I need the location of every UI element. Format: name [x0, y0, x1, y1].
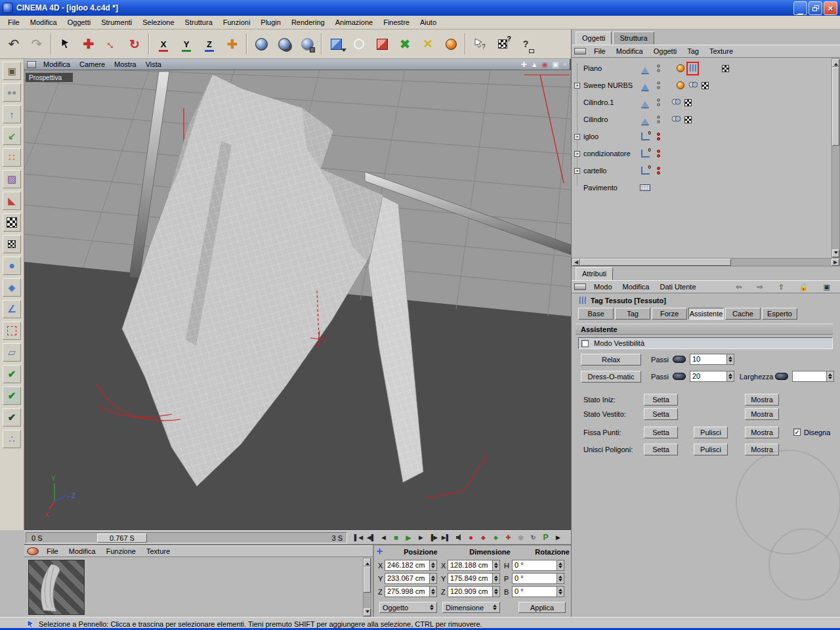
- scroll-up-arrow[interactable]: [364, 558, 371, 566]
- pan-view-icon[interactable]: ✚: [520, 60, 526, 69]
- title-bar[interactable]: CINEMA 4D - [igloo 4.c4d *] ▁ ×: [0, 0, 840, 16]
- next-frame-button[interactable]: ▶: [415, 532, 427, 543]
- goto-end-button[interactable]: ▶▌: [440, 532, 452, 543]
- menu-aiuto[interactable]: Aiuto: [415, 16, 442, 28]
- scroll-thumb[interactable]: [580, 259, 731, 266]
- expand-toggle[interactable]: +: [574, 134, 580, 140]
- mm-vertical-scrollbar[interactable]: [363, 558, 371, 617]
- object-row-cilindro1[interactable]: Cilindro.1: [572, 94, 830, 111]
- spinner-arrows[interactable]: [726, 354, 734, 365]
- object-row-cilindro[interactable]: Cilindro: [572, 111, 830, 128]
- viewport-menu-camere[interactable]: Camere: [75, 60, 110, 69]
- particle-interaction-icon[interactable]: ∴: [3, 430, 21, 448]
- stato-iniz-mostra-button[interactable]: Mostra: [745, 394, 779, 406]
- add-primitive-icon[interactable]: [325, 32, 347, 56]
- dress-o-matic-button[interactable]: Dress-O-matic: [581, 371, 641, 383]
- dim-y-input[interactable]: 175.849 cm: [448, 573, 500, 584]
- mm-menu-file[interactable]: File: [41, 546, 64, 556]
- scroll-down-arrow[interactable]: [364, 608, 371, 616]
- make-editable-icon[interactable]: ▣: [3, 62, 21, 80]
- expand-toggle[interactable]: +: [574, 83, 580, 89]
- am-menu-modo[interactable]: Modo: [589, 282, 618, 292]
- lock-icon[interactable]: 🔒: [794, 282, 814, 293]
- relax-button[interactable]: Relax: [581, 354, 641, 366]
- am-menu-modifica[interactable]: Modifica: [618, 282, 655, 292]
- sound-icon[interactable]: [452, 532, 465, 543]
- dress-passi-input[interactable]: 20: [690, 371, 734, 382]
- om-menu-texture[interactable]: Texture: [704, 46, 738, 56]
- viewport-menu-vista[interactable]: Vista: [141, 60, 166, 69]
- pos-y-input[interactable]: 233.067 cm: [385, 573, 437, 584]
- tab-tag[interactable]: Tag: [615, 308, 650, 320]
- polygons-mode-icon[interactable]: ◣: [3, 192, 21, 210]
- record-button[interactable]: ●: [465, 532, 477, 543]
- texture-mode-icon[interactable]: [3, 213, 21, 232]
- record-parameter-icon[interactable]: P: [539, 532, 552, 543]
- viewport-canvas[interactable]: Y - Z X Prospettiva: [24, 70, 571, 530]
- phong-tag-icon[interactable]: [671, 98, 681, 107]
- enable-expressions-icon[interactable]: ✔: [3, 408, 21, 427]
- om-horizontal-scrollbar[interactable]: ◀ ▶: [572, 258, 840, 266]
- object-row-igloo[interactable]: + igloo 0: [572, 128, 830, 145]
- rotate-tool-icon[interactable]: ↻: [123, 32, 146, 56]
- tab-oggetti[interactable]: Oggetti: [576, 32, 612, 45]
- history-back-icon[interactable]: ⇦: [730, 282, 747, 293]
- animation-mode-icon[interactable]: ↙: [3, 127, 21, 145]
- texture-tag-icon[interactable]: [722, 65, 729, 72]
- tab-forze[interactable]: Forze: [652, 308, 687, 320]
- render-active-view-icon[interactable]: [273, 32, 295, 56]
- tab-esperto[interactable]: Esperto: [762, 308, 797, 320]
- expand-toggle[interactable]: +: [574, 151, 580, 157]
- parent-icon[interactable]: ⇧: [773, 282, 789, 293]
- attribute-manager-tab[interactable]: Attributi: [576, 267, 613, 280]
- history-forward-icon[interactable]: ⇨: [751, 282, 768, 293]
- menu-funzioni[interactable]: Funzioni: [218, 16, 256, 28]
- tab-struttura[interactable]: Struttura: [613, 32, 654, 45]
- expand-toggle[interactable]: +: [574, 168, 580, 174]
- scroll-thumb[interactable]: [832, 67, 839, 146]
- viewport-menu-mostra[interactable]: Mostra: [110, 60, 141, 69]
- dim-x-input[interactable]: 128.188 cm: [448, 560, 500, 571]
- fissa-punti-pulisci-button[interactable]: Pulisci: [694, 427, 728, 438]
- section-header[interactable]: Assistente: [576, 324, 833, 335]
- coordinate-system-icon[interactable]: ✚: [221, 32, 243, 56]
- toggle-view-icon[interactable]: ▣: [552, 60, 558, 69]
- om-vertical-scrollbar[interactable]: [831, 58, 840, 258]
- autokey-position-icon[interactable]: ◆: [477, 532, 490, 543]
- visibility-dots[interactable]: [657, 64, 660, 72]
- script-help-icon[interactable]: ?: [514, 32, 537, 56]
- new-panel-icon[interactable]: ▣: [818, 282, 835, 293]
- prev-frame-button[interactable]: ◀: [377, 532, 390, 543]
- tab-assistente[interactable]: Assistente: [688, 308, 724, 320]
- zoom-view-icon[interactable]: ▲: [531, 60, 538, 69]
- phong-tag-icon[interactable]: [671, 115, 681, 124]
- menu-file[interactable]: File: [3, 16, 25, 28]
- tessuto-tag-icon[interactable]: [688, 64, 697, 74]
- menu-animazione[interactable]: Animazione: [330, 16, 378, 28]
- y-axis-lock-icon[interactable]: Y: [175, 32, 198, 56]
- stato-vestito-mostra-button[interactable]: Mostra: [745, 408, 779, 420]
- record-position-icon[interactable]: ✚: [502, 532, 514, 543]
- redo-icon[interactable]: ↷: [26, 32, 48, 56]
- points-mode-icon[interactable]: ∷: [3, 148, 21, 167]
- add-particles-icon[interactable]: ✕: [417, 32, 439, 56]
- mm-menu-texture[interactable]: Texture: [141, 546, 175, 556]
- enable-generators-icon[interactable]: ✔: [3, 365, 21, 383]
- object-mode-icon[interactable]: ●: [3, 257, 21, 275]
- z-axis-lock-icon[interactable]: Z: [198, 32, 220, 56]
- goto-start-button[interactable]: ▌◀: [352, 532, 365, 543]
- scroll-down-arrow[interactable]: [832, 249, 839, 257]
- close-button[interactable]: ×: [824, 1, 837, 15]
- pos-x-input[interactable]: 246.182 cm: [385, 560, 437, 571]
- pos-z-input[interactable]: 275.998 cm: [385, 586, 437, 597]
- next-key-button[interactable]: ▐▶: [427, 532, 440, 543]
- passi-knob[interactable]: [673, 356, 686, 363]
- render-settings-icon[interactable]: [296, 32, 318, 56]
- spinner-arrows[interactable]: [726, 371, 734, 382]
- selection-frame-icon[interactable]: [3, 322, 21, 340]
- fissa-punti-mostra-button[interactable]: Mostra: [745, 427, 779, 438]
- scroll-thumb[interactable]: [364, 566, 371, 593]
- uv-mode-icon[interactable]: ◆: [3, 278, 21, 297]
- live-selection-icon[interactable]: [54, 32, 77, 56]
- mm-menu-funzione[interactable]: Funzione: [101, 546, 141, 556]
